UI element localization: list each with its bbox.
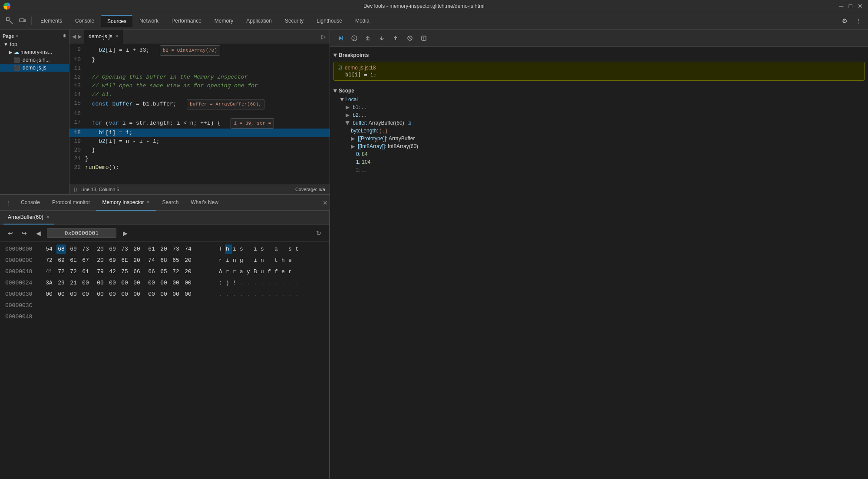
sync-icon[interactable]: ⊕ [63,33,66,39]
device-toggle-btn[interactable] [17,15,29,27]
maximize-btn[interactable]: □ [847,3,854,10]
tab-protocol-monitor[interactable]: Protocol monitor [46,195,96,211]
hex-byte-0-3[interactable]: 73 [81,244,90,254]
hex-byte-0-4[interactable]: 20 [96,244,105,254]
ascii-0-8[interactable]: a [274,244,281,254]
tab-performance[interactable]: Performance [165,15,208,26]
brackets-icon[interactable]: {} [74,187,77,192]
hex-byte-0-5[interactable]: 69 [108,244,117,254]
tab-memory-inspector-close[interactable]: ✕ [146,200,150,205]
scope-int8array[interactable]: ▶ [[Int8Array]]: Int8Array(60) [333,142,865,150]
run-script-btn[interactable]: ▷ [321,33,326,40]
close-btn[interactable]: ✕ [856,3,865,10]
ascii-0-1[interactable]: h [225,244,232,254]
undo-btn[interactable]: ↩ [5,228,16,238]
scope-prototype[interactable]: ▶ [[Prototype]]: ArrayBuffer [333,135,865,142]
ascii-0-6[interactable]: s [260,244,267,254]
ascii-0-5[interactable]: i [253,244,260,254]
pause-on-exceptions-btn[interactable] [418,32,430,44]
scope-b2[interactable]: ▶ b2: … [333,111,865,119]
bottom-panel-settings-btn[interactable]: ⋮ [2,199,15,206]
pause-btn[interactable] [348,32,360,44]
debugger-content: ▶ Breakpoints ☑ demo-js.js:18 b1[i] = i;… [330,47,868,479]
breakpoints-header[interactable]: ▶ Breakpoints [333,50,865,60]
editor-back-btn[interactable]: ◀ [72,33,76,40]
hex-byte-0-10[interactable]: 73 [171,244,181,254]
scope-local-header[interactable]: ▶ Local [333,96,865,103]
tab-whats-new[interactable]: What's New [185,195,224,211]
hex-byte-0-8[interactable]: 61 [147,244,156,254]
more-options-btn[interactable]: ⋮ [852,15,865,27]
code-line-21: 21 } [69,155,330,163]
address-input[interactable] [47,228,116,238]
hex-byte-0-11[interactable]: 74 [183,244,193,254]
memory-tab-close[interactable]: ✕ [46,215,50,219]
memory-inspector-tabs: ArrayBuffer(60) ✕ [0,211,329,225]
redo-btn[interactable]: ↪ [19,228,30,238]
tree-item-demo-html[interactable]: ⬛ demo-js.h... [0,56,69,64]
ascii-0-3[interactable]: s [239,244,246,254]
inspect-element-btn[interactable] [3,15,16,27]
expand-top-icon: ▼ [3,42,8,47]
settings-btn[interactable]: ⚙ [838,15,851,27]
editor-tab-label: demo-js.js [89,33,112,40]
breakpoint-checkbox[interactable]: ☑ [337,65,342,71]
ascii-0-11[interactable]: t [294,244,301,254]
tab-sources[interactable]: Sources [101,15,132,27]
editor-forward-btn[interactable]: ▶ [78,33,82,40]
ascii-0-9[interactable] [281,244,287,254]
editor-tab-close[interactable]: ✕ [115,34,119,39]
scope-buffer[interactable]: ▶ buffer: ArrayBuffer(60) ⊞ [333,119,865,127]
tab-console-bottom[interactable]: Console [15,195,46,211]
memory-hex-display: 00000000 54 68 69 73 20 69 73 20 61 [0,242,329,479]
tab-search[interactable]: Search [156,195,185,211]
next-addr-btn[interactable]: ▶ [120,228,130,238]
tab-media[interactable]: Media [349,15,376,26]
tab-network[interactable]: Network [133,15,165,26]
step-over-btn[interactable] [362,32,374,44]
tab-memory-inspector[interactable]: Memory Inspector ✕ [96,195,156,211]
hex-row-4: 00000030 00 00 00 00 00 00 00 00 00 [0,289,329,300]
minimize-btn[interactable]: ─ [838,3,845,10]
ascii-0-4[interactable] [246,244,253,254]
svg-rect-0 [7,18,9,20]
hex-byte-0-2[interactable]: 69 [69,244,78,254]
hex-byte-0-1[interactable]: 68 [56,244,66,254]
scope-header[interactable]: ▶ Scope [333,86,865,96]
source-editor: ◀ ▶ demo-js.js ✕ ▷ 9 b2[i] = [69,30,330,194]
tab-lighthouse[interactable]: Lighthouse [310,15,348,26]
ascii-0-7[interactable] [267,244,274,254]
ascii-0-0[interactable]: T [218,244,225,254]
ascii-0-2[interactable]: i [232,244,239,254]
tab-elements[interactable]: Elements [34,15,68,26]
tab-console[interactable]: Console [69,15,100,26]
scope-b1[interactable]: ▶ b1: … [333,103,865,111]
close-bottom-panel-btn[interactable]: ✕ [323,199,328,206]
code-line-17: 17 for (var i = str.length; i < n; ++i) … [69,118,330,129]
tree-item-memory-inspector[interactable]: ▶ ☁ memory-ins... [0,48,69,56]
hex-byte-0-9[interactable]: 20 [159,244,168,254]
tab-application[interactable]: Application [240,15,278,26]
refresh-btn[interactable]: ↻ [314,228,324,238]
breakpoint-file[interactable]: demo-js.js:18 [345,65,376,71]
tab-memory[interactable]: Memory [208,15,239,26]
buffer-inspect-icon[interactable]: ⊞ [407,120,411,126]
more-pages-icon[interactable]: » [16,33,18,38]
code-area[interactable]: 9 b2[i] = i + 33; b2 = Uint8Array(70) 10… [69,43,330,184]
hex-byte-0-7[interactable]: 20 [132,244,142,254]
title-bar: DevTools - memory-inspector.glitch.me/de… [0,0,868,12]
deactivate-breakpoints-btn[interactable] [404,32,416,44]
tab-security[interactable]: Security [279,15,310,26]
resume-btn[interactable] [334,32,347,44]
editor-tab-demo-js[interactable]: demo-js.js ✕ [84,30,123,43]
hex-byte-0-6[interactable]: 73 [120,244,129,254]
memory-toolbar: ↩ ↪ ◀ ▶ ↻ [0,225,329,242]
ascii-0-10[interactable]: s [287,244,294,254]
tree-item-top[interactable]: ▼ top [0,40,69,48]
memory-tab-arraybuffer[interactable]: ArrayBuffer(60) ✕ [3,211,54,225]
step-out-btn[interactable] [390,32,402,44]
hex-byte-0-0[interactable]: 54 [44,244,54,254]
tree-item-demo-js[interactable]: ⬛ demo-js.js [0,64,69,72]
step-into-btn[interactable] [376,32,388,44]
prev-addr-btn[interactable]: ◀ [33,228,43,238]
